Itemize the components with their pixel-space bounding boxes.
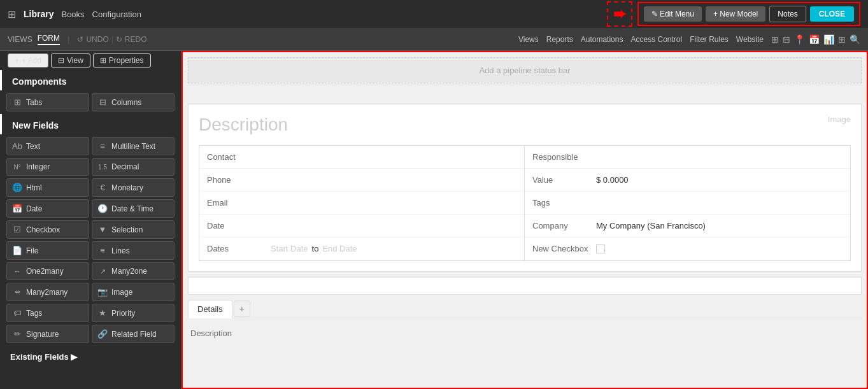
website-link[interactable]: Website bbox=[736, 35, 764, 44]
field-one2many[interactable]: ↔ One2many bbox=[6, 262, 89, 280]
existing-fields[interactable]: Existing Fields ▶ bbox=[0, 346, 181, 368]
end-date-placeholder[interactable]: End Date bbox=[322, 244, 357, 253]
tab-form[interactable]: FORM bbox=[38, 34, 60, 45]
form-fields-grid: Contact Phone Email Date bbox=[199, 145, 851, 261]
columns-icon: ⊟ bbox=[97, 97, 108, 107]
nav-books[interactable]: Books bbox=[61, 10, 84, 19]
signature-label: Signature bbox=[26, 330, 59, 339]
columns-label: Columns bbox=[111, 98, 141, 107]
undo-button[interactable]: ↺ bbox=[77, 35, 83, 44]
form-col-left: Contact Phone Email Date bbox=[199, 146, 525, 260]
reports-link[interactable]: Reports bbox=[546, 35, 573, 44]
field-many2many[interactable]: ⇔ Many2many bbox=[6, 283, 89, 301]
spacer bbox=[183, 88, 867, 99]
form-image-placeholder[interactable]: Image bbox=[828, 115, 851, 124]
company-value[interactable]: My Company (San Francisco) bbox=[596, 221, 843, 230]
redo-button[interactable]: ↻ bbox=[116, 35, 122, 44]
chart-icon[interactable]: 📊 bbox=[823, 34, 834, 45]
tab-details[interactable]: Details bbox=[188, 300, 232, 318]
second-nav-right: Views Reports Automations Access Control… bbox=[518, 34, 860, 45]
decimal-icon: 1.5 bbox=[97, 164, 108, 171]
field-contact: Contact bbox=[199, 146, 524, 169]
field-monetary[interactable]: € Monetary bbox=[92, 178, 174, 197]
close-button[interactable]: CLOSE bbox=[810, 6, 854, 22]
integer-label: Integer bbox=[26, 162, 50, 171]
form-description-placeholder[interactable]: Description bbox=[199, 115, 288, 135]
field-html[interactable]: 🌐 Html bbox=[6, 178, 89, 197]
field-new-checkbox: New Checkbox bbox=[525, 237, 850, 260]
tabs-icon: ⊞ bbox=[12, 97, 22, 107]
filter-rules-link[interactable]: Filter Rules bbox=[690, 35, 729, 44]
html-label: Html bbox=[26, 183, 42, 192]
add-button[interactable]: + + Add bbox=[8, 53, 48, 67]
pipeline-bar[interactable]: Add a pipeline status bar bbox=[188, 57, 862, 83]
field-date-time[interactable]: 🕐 Date & Time bbox=[92, 199, 174, 218]
field-date: Date bbox=[199, 215, 524, 237]
view-button[interactable]: ⊟ View bbox=[51, 53, 90, 67]
undo-redo-group: ↺ UNDO | ↻ REDO bbox=[77, 35, 146, 44]
views-link[interactable]: Views bbox=[518, 35, 539, 44]
field-decimal[interactable]: 1.5 Decimal bbox=[92, 158, 174, 176]
component-columns[interactable]: ⊟ Columns bbox=[92, 93, 174, 111]
redo-label[interactable]: REDO bbox=[125, 35, 147, 44]
tabs-label: Tabs bbox=[26, 98, 42, 107]
field-checkbox[interactable]: ☑ Checkbox bbox=[6, 220, 89, 239]
value-label: Value bbox=[532, 175, 596, 185]
image-label: Image bbox=[111, 288, 132, 297]
grid-icon[interactable]: ⊞ bbox=[8, 8, 16, 20]
checkbox-label: Checkbox bbox=[26, 225, 60, 234]
field-tags: Tags bbox=[525, 192, 850, 215]
new-model-button[interactable]: + New Model bbox=[706, 6, 765, 22]
field-lines[interactable]: ≡ Lines bbox=[92, 241, 174, 260]
field-integer[interactable]: N° Integer bbox=[6, 158, 89, 176]
undo-label[interactable]: UNDO bbox=[86, 35, 108, 44]
field-signature[interactable]: ✏ Signature bbox=[6, 325, 89, 343]
checkbox-icon: ☑ bbox=[12, 225, 22, 234]
edit-menu-button[interactable]: ✎ Edit Menu bbox=[644, 6, 702, 22]
second-nav-left: VIEWS FORM | ↺ UNDO | ↻ REDO bbox=[8, 34, 147, 45]
list-view-icon[interactable]: ⊞ bbox=[771, 34, 779, 45]
nav-right: ➨ ✎ Edit Menu + New Model Notes CLOSE bbox=[607, 1, 860, 27]
new-checkbox-label: New Checkbox bbox=[532, 244, 596, 253]
field-text[interactable]: Ab Text bbox=[6, 137, 89, 155]
field-many2one[interactable]: ↗ Many2one bbox=[92, 262, 174, 280]
field-selection[interactable]: ▼ Selection bbox=[92, 220, 174, 239]
field-tags[interactable]: 🏷 Tags bbox=[6, 304, 89, 322]
field-related-field[interactable]: 🔗 Related Field bbox=[92, 325, 174, 343]
field-multiline-text[interactable]: ≡ Multiline Text bbox=[92, 137, 174, 155]
columns-view-icon[interactable]: ⊟ bbox=[783, 34, 790, 45]
automations-link[interactable]: Automations bbox=[581, 35, 623, 44]
form-title-row: Description Image bbox=[199, 115, 851, 135]
datetime-icon: 🕐 bbox=[97, 204, 108, 213]
tab-area: Details + Description bbox=[188, 300, 862, 343]
one2many-icon: ↔ bbox=[12, 267, 22, 275]
tab-views[interactable]: VIEWS bbox=[8, 35, 32, 44]
field-file[interactable]: 📄 File bbox=[6, 241, 89, 260]
components-header: Components bbox=[0, 70, 181, 90]
field-phone: Phone bbox=[199, 169, 524, 192]
signature-icon: ✏ bbox=[12, 329, 22, 339]
access-control-link[interactable]: Access Control bbox=[630, 35, 682, 44]
input-bar[interactable] bbox=[188, 277, 862, 295]
new-checkbox-input[interactable] bbox=[596, 244, 605, 253]
separator: | bbox=[68, 34, 69, 44]
notes-button[interactable]: Notes bbox=[769, 6, 806, 22]
related-field-label: Related Field bbox=[111, 330, 157, 339]
contact-label: Contact bbox=[207, 152, 271, 162]
search-icon[interactable]: 🔍 bbox=[850, 34, 860, 45]
calendar-icon[interactable]: 📅 bbox=[809, 34, 820, 45]
date-icon: 📅 bbox=[12, 204, 22, 213]
pin-icon[interactable]: 📍 bbox=[794, 34, 805, 45]
value-amount[interactable]: $ 0.0000 bbox=[596, 175, 843, 185]
field-image[interactable]: 📷 Image bbox=[92, 283, 174, 301]
table-icon[interactable]: ⊞ bbox=[838, 34, 846, 45]
dates-range: Start Date to End Date bbox=[271, 244, 357, 253]
date-label: Date bbox=[26, 204, 42, 213]
component-tabs[interactable]: ⊞ Tabs bbox=[6, 93, 89, 111]
field-priority[interactable]: ★ Priority bbox=[92, 304, 174, 322]
properties-button[interactable]: ⊞ Properties bbox=[93, 53, 151, 67]
start-date-placeholder[interactable]: Start Date bbox=[271, 244, 308, 253]
field-date[interactable]: 📅 Date bbox=[6, 199, 89, 218]
tab-add-button[interactable]: + bbox=[234, 301, 250, 317]
nav-configuration[interactable]: Configuration bbox=[92, 10, 141, 19]
